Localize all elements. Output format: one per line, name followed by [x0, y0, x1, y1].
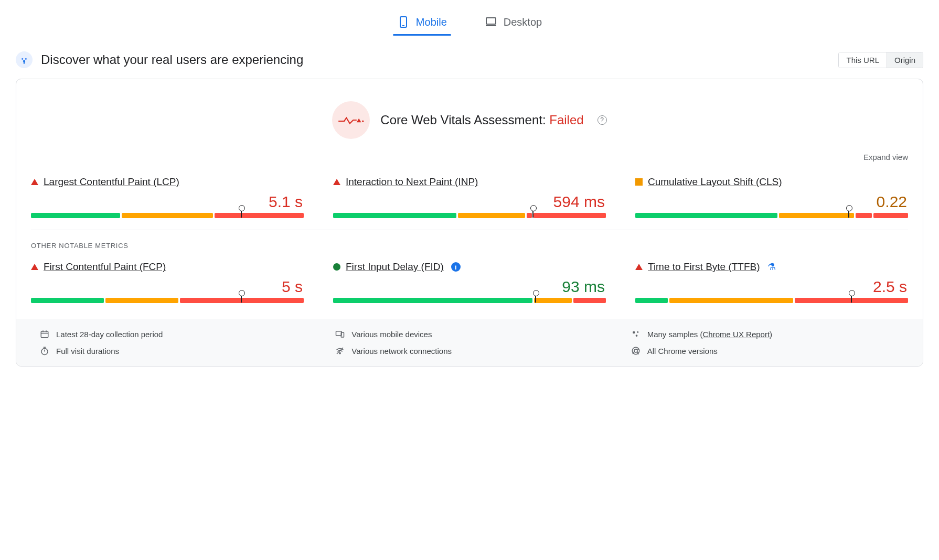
metric-name-link[interactable]: First Contentful Paint (FCP): [44, 261, 166, 273]
metric-cls: Cumulative Layout Shift (CLS)0.22: [635, 176, 908, 218]
metric-header: First Input Delay (FID)i: [333, 261, 606, 273]
divider: [31, 230, 908, 230]
metric-value: 93 ms: [333, 278, 605, 296]
scope-toggle: This URL Origin: [838, 52, 923, 68]
percentile-marker: [241, 208, 242, 218]
status-fail-icon: [635, 264, 643, 270]
tab-mobile[interactable]: Mobile: [394, 10, 450, 36]
bar-segment-needs: [779, 213, 854, 218]
section-header: Discover what your real users are experi…: [16, 51, 923, 68]
flask-icon: ⚗: [767, 261, 776, 273]
assessment-status: Failed: [549, 113, 583, 127]
network-icon: [335, 346, 345, 356]
metric-header: Interaction to Next Paint (INP): [333, 176, 606, 188]
svg-point-5: [25, 58, 27, 60]
bar-segment-poor: [533, 213, 606, 218]
bar-segment-good: [635, 298, 668, 303]
metric-fid: First Input Delay (FID)i93 ms: [333, 261, 606, 303]
bar-segment-poor: [527, 213, 532, 218]
footer-period: Latest 28-day collection period: [39, 329, 308, 339]
vitals-card: Core Web Vitals Assessment: Failed ? Exp…: [16, 79, 923, 367]
bar-segment-poor: [215, 213, 304, 218]
bar-segment-needs: [669, 298, 793, 303]
bar-segment-poor: [856, 213, 872, 218]
stopwatch-icon: [39, 346, 50, 356]
svg-point-15: [633, 331, 635, 334]
data-source-footer: Latest 28-day collection period Various …: [16, 319, 923, 366]
bar-segment-good: [31, 298, 104, 303]
bar-segment-needs: [458, 213, 525, 218]
assessment-banner: Core Web Vitals Assessment: Failed ?: [31, 101, 908, 139]
percentile-marker: [241, 293, 242, 303]
users-icon: [16, 51, 33, 68]
metric-inp: Interaction to Next Paint (INP)594 ms: [333, 176, 606, 218]
footer-devices: Various mobile devices: [335, 329, 604, 339]
bar-segment-needs: [534, 298, 572, 303]
crux-report-link[interactable]: Chrome UX Report: [703, 330, 770, 339]
metric-ttfb: Time to First Byte (TTFB)⚗2.5 s: [635, 261, 908, 303]
bar-segment-good: [635, 213, 777, 218]
distribution-bar: [333, 213, 606, 218]
tab-desktop-label: Desktop: [504, 16, 542, 28]
bar-segment-needs: [105, 298, 178, 303]
distribution-bar: [333, 298, 606, 303]
footer-versions: All Chrome versions: [631, 346, 900, 356]
svg-rect-7: [24, 62, 25, 63]
help-icon[interactable]: ?: [597, 115, 607, 125]
svg-rect-2: [486, 18, 496, 24]
distribution-bar: [31, 298, 304, 303]
metric-header: First Contentful Paint (FCP): [31, 261, 304, 273]
bar-segment-poor: [573, 298, 606, 303]
desktop-icon: [485, 16, 497, 28]
tab-desktop[interactable]: Desktop: [482, 10, 545, 36]
status-pass-icon: [333, 263, 340, 271]
metric-fcp: First Contentful Paint (FCP)5 s: [31, 261, 304, 303]
bar-segment-needs: [122, 213, 214, 218]
info-icon[interactable]: i: [451, 262, 461, 272]
metric-value: 0.22: [635, 193, 907, 211]
mobile-icon: [397, 16, 410, 28]
metric-name-link[interactable]: Interaction to Next Paint (INP): [346, 176, 478, 188]
core-metrics-grid: Largest Contentful Paint (LCP)5.1 sInter…: [31, 176, 908, 218]
calendar-icon: [39, 329, 50, 339]
distribution-bar: [635, 213, 908, 218]
svg-point-6: [23, 60, 25, 62]
other-metrics-heading: OTHER NOTABLE METRICS: [31, 242, 908, 250]
svg-rect-9: [41, 331, 48, 338]
status-warn-icon: [635, 178, 643, 186]
metric-value: 2.5 s: [635, 278, 907, 296]
distribution-bar: [31, 213, 304, 218]
metric-name-link[interactable]: First Input Delay (FID): [346, 261, 444, 273]
svg-point-8: [362, 121, 364, 122]
bar-segment-good: [333, 298, 532, 303]
metric-name-link[interactable]: Largest Contentful Paint (LCP): [44, 176, 179, 188]
metric-value: 5 s: [31, 278, 303, 296]
metric-header: Time to First Byte (TTFB)⚗: [635, 261, 908, 273]
percentile-marker: [848, 208, 849, 218]
footer-network: Various network connections: [335, 346, 604, 356]
percentile-marker: [851, 293, 852, 303]
scope-origin[interactable]: Origin: [887, 52, 923, 68]
status-fail-icon: [31, 264, 38, 270]
other-metrics-grid: First Contentful Paint (FCP)5 sFirst Inp…: [31, 261, 908, 303]
metric-value: 594 ms: [333, 193, 605, 211]
bar-segment-good: [333, 213, 456, 218]
metric-header: Cumulative Layout Shift (CLS): [635, 176, 908, 188]
chrome-icon: [631, 346, 641, 356]
devices-icon: [335, 329, 345, 339]
tab-mobile-label: Mobile: [416, 16, 447, 28]
expand-view-link[interactable]: Expand view: [31, 153, 908, 161]
svg-point-16: [637, 331, 638, 333]
footer-samples: Many samples (Chrome UX Report): [631, 329, 900, 339]
bar-segment-good: [31, 213, 120, 218]
svg-point-17: [635, 335, 637, 337]
status-fail-icon: [333, 179, 340, 185]
metric-name-link[interactable]: Time to First Byte (TTFB): [648, 261, 760, 273]
scope-this-url[interactable]: This URL: [839, 52, 887, 68]
percentile-marker: [532, 208, 533, 218]
pulse-icon: [332, 101, 370, 139]
svg-point-21: [339, 352, 340, 353]
status-fail-icon: [31, 179, 38, 185]
metric-header: Largest Contentful Paint (LCP): [31, 176, 304, 188]
metric-name-link[interactable]: Cumulative Layout Shift (CLS): [648, 176, 782, 188]
